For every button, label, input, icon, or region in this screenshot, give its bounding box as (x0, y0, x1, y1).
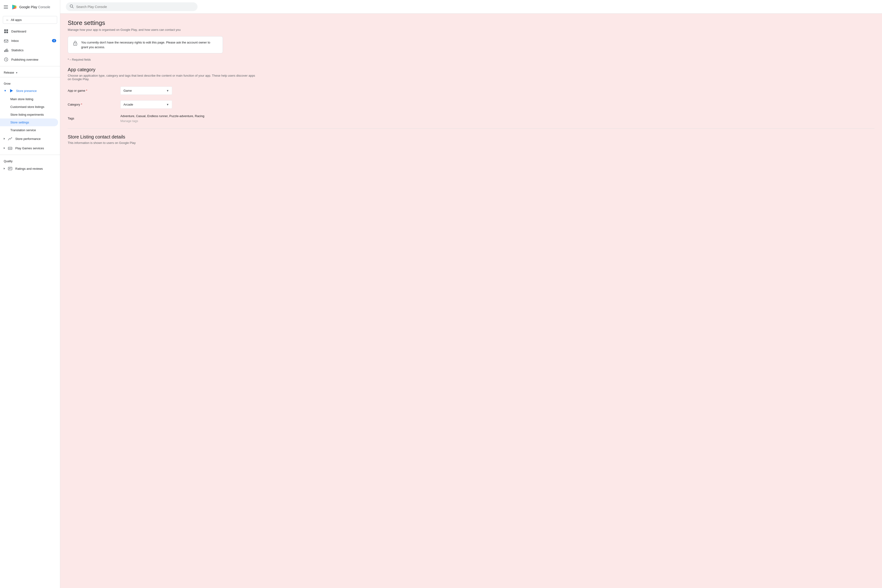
publishing-overview-icon (4, 57, 9, 62)
sidebar-item-statistics[interactable]: Statistics (0, 45, 60, 55)
store-performance-label: Store performance (15, 137, 40, 141)
store-listing-contact-title: Store Listing contact details (68, 134, 874, 140)
sidebar-header: Google Play Console (0, 0, 60, 14)
app-category-description: Choose an application type, category and… (68, 74, 256, 81)
required-note: * – Required fields (68, 58, 874, 62)
search-icon (70, 4, 74, 9)
store-presence-label: Store presence (16, 89, 37, 93)
release-chevron-icon: ▼ (15, 72, 18, 74)
logo-area: Google Play Console (11, 4, 50, 10)
svg-line-19 (72, 7, 74, 8)
sidebar-item-customised-store-listings[interactable]: Customised store listings (0, 103, 60, 111)
all-apps-button[interactable]: ← All apps (3, 16, 57, 24)
store-presence-icon (9, 88, 14, 93)
sidebar-item-inbox[interactable]: Inbox 4 (0, 36, 60, 45)
sidebar-item-store-settings[interactable]: Store settings (0, 118, 58, 126)
category-chevron-icon: ▼ (166, 103, 169, 106)
category-label: Category * (68, 100, 115, 106)
store-listing-contact-description: This information is shown to users on Go… (68, 141, 256, 145)
svg-marker-10 (10, 89, 13, 92)
store-performance-expand-icon (4, 138, 5, 140)
app-category-title: App category (68, 67, 874, 72)
svg-point-12 (9, 148, 10, 149)
top-bar (60, 0, 882, 14)
google-play-logo-icon (11, 4, 18, 10)
app-or-game-label: App or game * (68, 87, 115, 92)
content-area: Store settings Manage how your app is or… (60, 14, 882, 588)
dashboard-icon (4, 29, 9, 34)
sidebar-item-publishing-overview[interactable]: Publishing overview (0, 55, 60, 64)
app-or-game-select[interactable]: Game ▼ (120, 87, 172, 95)
sidebar-item-ratings-reviews[interactable]: Ratings and reviews (0, 164, 60, 173)
sidebar-item-main-store-listing[interactable]: Main store listing (0, 95, 60, 103)
svg-rect-1 (6, 29, 8, 31)
section-divider (68, 128, 874, 129)
svg-point-14 (11, 148, 12, 149)
svg-rect-8 (8, 50, 8, 52)
tags-label: Tags (68, 114, 115, 120)
publishing-overview-label: Publishing overview (11, 58, 38, 62)
inbox-icon (4, 38, 9, 43)
lock-icon (73, 40, 78, 47)
ratings-reviews-expand-icon (4, 168, 5, 170)
svg-rect-7 (7, 49, 7, 52)
svg-point-21 (75, 44, 76, 44)
statistics-icon (4, 48, 9, 52)
quality-section-label: Quality (0, 157, 60, 164)
app-or-game-row: App or game * Game ▼ (68, 87, 874, 95)
page-title: Store settings (68, 19, 874, 27)
dashboard-label: Dashboard (11, 30, 26, 33)
release-section-label[interactable]: Release ▼ (0, 68, 60, 75)
svg-rect-3 (6, 32, 8, 33)
hamburger-icon[interactable] (3, 4, 9, 10)
play-games-expand-icon (4, 147, 5, 149)
ratings-reviews-label: Ratings and reviews (15, 167, 43, 171)
sidebar: Google Play Console ← All apps Dashboard… (0, 0, 60, 588)
statistics-label: Statistics (11, 48, 24, 52)
page-subtitle: Manage how your app is organised on Goog… (68, 28, 874, 32)
required-star-2: * (81, 103, 82, 106)
tags-section: Adventure, Casual, Endless runner, Puzzl… (120, 114, 204, 123)
svg-rect-4 (4, 40, 8, 42)
svg-rect-15 (8, 167, 12, 170)
play-games-icon (8, 146, 12, 150)
ratings-reviews-icon (8, 166, 12, 171)
svg-rect-0 (4, 29, 6, 31)
search-input[interactable] (76, 5, 194, 9)
inbox-label: Inbox (11, 39, 19, 42)
category-row: Category * Arcade ▼ (68, 100, 874, 109)
sidebar-item-store-performance[interactable]: Store performance (0, 134, 60, 143)
grow-section-label: Grow (0, 79, 60, 86)
expand-arrow-icon: ▼ (4, 89, 7, 92)
alert-text: You currently don't have the necessary r… (81, 40, 218, 50)
category-select[interactable]: Arcade ▼ (120, 100, 172, 109)
required-star: * (86, 89, 87, 92)
store-performance-icon (8, 136, 12, 141)
manage-tags-link[interactable]: Manage tags (120, 119, 204, 123)
sidebar-item-translation-service[interactable]: Translation service (0, 126, 60, 134)
search-bar[interactable] (66, 2, 198, 11)
svg-point-13 (10, 148, 10, 149)
svg-rect-6 (5, 50, 6, 52)
permission-alert: You currently don't have the necessary r… (68, 36, 223, 53)
tags-row: Tags Adventure, Casual, Endless runner, … (68, 114, 874, 123)
nav-divider-1 (0, 66, 60, 66)
main-content: Store settings Manage how your app is or… (60, 0, 882, 588)
svg-rect-5 (4, 50, 5, 52)
back-arrow-icon: ← (6, 18, 9, 22)
tags-value: Adventure, Casual, Endless runner, Puzzl… (120, 114, 204, 118)
sidebar-item-store-listing-experiments[interactable]: Store listing experiments (0, 111, 60, 118)
svg-rect-2 (4, 32, 6, 33)
select-chevron-icon: ▼ (166, 89, 169, 92)
inbox-badge: 4 (52, 39, 56, 42)
logo-text: Google Play Console (19, 5, 50, 9)
sidebar-item-dashboard[interactable]: Dashboard (0, 27, 60, 36)
play-games-label: Play Games services (15, 147, 44, 150)
sidebar-item-play-games[interactable]: Play Games services (0, 143, 60, 153)
sidebar-item-store-presence[interactable]: ▼ Store presence (0, 86, 60, 95)
